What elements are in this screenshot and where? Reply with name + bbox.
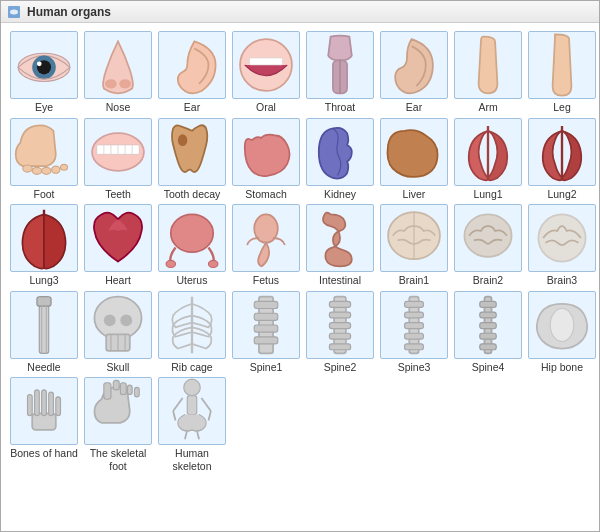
organ-grid: Eye Nose Ear Oral Throat Ear Arm Leg (9, 31, 591, 473)
organ-item-tooth[interactable]: Tooth decay (157, 118, 227, 201)
organ-box-foot (10, 118, 78, 186)
organ-item-teeth[interactable]: Teeth (83, 118, 153, 201)
organ-label-tooth: Tooth decay (164, 188, 221, 201)
organ-box-brain3 (528, 204, 596, 272)
organ-label-oral: Oral (256, 101, 276, 114)
organ-label-boneshand: Bones of hand (10, 447, 78, 460)
organ-item-eye[interactable]: Eye (9, 31, 79, 114)
organ-item-brain2[interactable]: Brain2 (453, 204, 523, 287)
svg-rect-65 (480, 322, 497, 328)
organ-label-teeth: Teeth (105, 188, 131, 201)
organ-item-stomach[interactable]: Stomach (231, 118, 301, 201)
organ-box-brain2 (454, 204, 522, 272)
organ-box-boneshand (10, 377, 78, 445)
organ-item-skull[interactable]: Skull (83, 291, 153, 374)
svg-point-6 (105, 79, 117, 88)
organ-item-kidney[interactable]: Kidney (305, 118, 375, 201)
organ-item-spine2[interactable]: Spine2 (305, 291, 375, 374)
svg-point-5 (37, 61, 42, 66)
organ-item-foot[interactable]: Foot (9, 118, 79, 201)
organ-box-eye (10, 31, 78, 99)
organ-item-nose[interactable]: Nose (83, 31, 153, 114)
svg-rect-71 (35, 390, 40, 416)
organ-item-liver[interactable]: Liver (379, 118, 449, 201)
organ-item-oral[interactable]: Oral (231, 31, 301, 114)
window-title: Human organs (27, 5, 111, 19)
organ-item-brain3[interactable]: Brain3 (527, 204, 597, 287)
svg-rect-81 (187, 396, 196, 415)
svg-rect-57 (405, 301, 424, 307)
organ-label-nose: Nose (106, 101, 131, 114)
organ-label-skeletalfoot: The skeletal foot (83, 447, 153, 472)
organ-item-throat[interactable]: Throat (305, 31, 375, 114)
svg-rect-63 (480, 301, 497, 307)
organ-box-ear1 (158, 31, 226, 99)
organ-item-lung2[interactable]: Lung2 (527, 118, 597, 201)
organ-box-hipbone (528, 291, 596, 359)
svg-rect-46 (254, 301, 278, 308)
svg-rect-79 (135, 388, 140, 397)
svg-point-39 (104, 314, 116, 326)
organ-box-spine1 (232, 291, 300, 359)
organ-box-intestinal (306, 204, 374, 272)
organ-item-ear1[interactable]: Ear (157, 31, 227, 114)
organ-item-lung1[interactable]: Lung1 (453, 118, 523, 201)
organ-label-brain2: Brain2 (473, 274, 503, 287)
svg-point-40 (120, 314, 132, 326)
organ-label-uterus: Uterus (177, 274, 208, 287)
organ-label-throat: Throat (325, 101, 355, 114)
organ-item-needle[interactable]: Needle (9, 291, 79, 374)
organ-item-lung3[interactable]: Lung3 (9, 204, 79, 287)
organ-box-brain1 (380, 204, 448, 272)
organ-item-ribcage[interactable]: Rib cage (157, 291, 227, 374)
organ-item-arm[interactable]: Arm (453, 31, 523, 114)
svg-rect-60 (405, 333, 424, 339)
organ-label-spine2: Spine2 (324, 361, 357, 374)
organ-item-intestinal[interactable]: Intestinal (305, 204, 375, 287)
organ-label-ear1: Ear (184, 101, 200, 114)
organ-item-brain1[interactable]: Brain1 (379, 204, 449, 287)
organ-item-skeletalfoot[interactable]: The skeletal foot (83, 377, 153, 472)
organ-label-lung2: Lung2 (547, 188, 576, 201)
organ-label-stomach: Stomach (245, 188, 286, 201)
organ-item-ear2[interactable]: Ear (379, 31, 449, 114)
organ-item-spine4[interactable]: Spine4 (453, 291, 523, 374)
organ-label-spine1: Spine1 (250, 361, 283, 374)
organ-label-needle: Needle (27, 361, 60, 374)
organ-box-spine2 (306, 291, 374, 359)
svg-rect-55 (329, 344, 350, 350)
svg-rect-73 (49, 393, 54, 417)
content-area: Eye Nose Ear Oral Throat Ear Arm Leg (1, 23, 599, 531)
organ-label-arm: Arm (478, 101, 497, 114)
svg-rect-75 (104, 383, 111, 400)
organ-box-skull (84, 291, 152, 359)
organ-box-lung1 (454, 118, 522, 186)
svg-point-24 (178, 134, 187, 146)
organ-label-spine4: Spine4 (472, 361, 505, 374)
svg-point-68 (550, 308, 574, 341)
organ-item-uterus[interactable]: Uterus (157, 204, 227, 287)
organ-item-leg[interactable]: Leg (527, 31, 597, 114)
organ-label-ear2: Ear (406, 101, 422, 114)
svg-point-80 (184, 380, 201, 397)
organ-item-fetus[interactable]: Fetus (231, 204, 301, 287)
organ-box-spine4 (454, 291, 522, 359)
organ-item-spine1[interactable]: Spine1 (231, 291, 301, 374)
svg-rect-48 (254, 325, 278, 332)
organ-item-humanskeleton[interactable]: Human skeleton (157, 377, 227, 472)
organ-label-intestinal: Intestinal (319, 274, 361, 287)
organ-box-leg (528, 31, 596, 99)
svg-rect-67 (480, 344, 497, 350)
organ-item-heart[interactable]: Heart (83, 204, 153, 287)
organ-label-lung3: Lung3 (29, 274, 58, 287)
organ-label-lung1: Lung1 (473, 188, 502, 201)
organ-box-uterus (158, 204, 226, 272)
organ-box-nose (84, 31, 152, 99)
organ-item-spine3[interactable]: Spine3 (379, 291, 449, 374)
organ-label-hipbone: Hip bone (541, 361, 583, 374)
organ-box-throat (306, 31, 374, 99)
organ-box-ear2 (380, 31, 448, 99)
organ-item-boneshand[interactable]: Bones of hand (9, 377, 79, 472)
svg-rect-58 (405, 312, 424, 318)
organ-item-hipbone[interactable]: Hip bone (527, 291, 597, 374)
